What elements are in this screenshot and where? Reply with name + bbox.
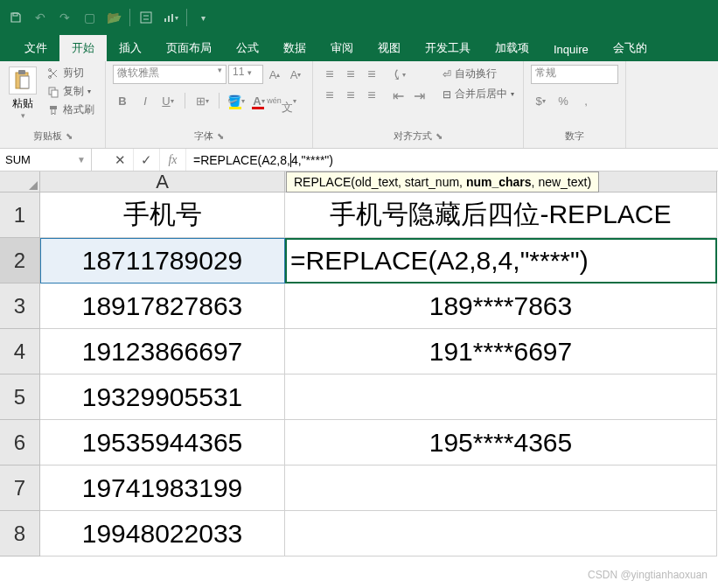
tab-page-layout[interactable]: 页面布局	[154, 35, 224, 61]
paste-button[interactable]: 粘贴 ▾	[7, 65, 38, 122]
cell-A5[interactable]: 19329905531	[40, 374, 285, 420]
align-right-icon[interactable]: ≡	[362, 86, 381, 105]
number-group: 常规 $▾ % , 数字	[524, 61, 626, 148]
cancel-button[interactable]: ✕	[108, 149, 134, 171]
cell-A7[interactable]: 19741983199	[40, 466, 285, 511]
tab-view[interactable]: 视图	[366, 35, 413, 61]
alignment-launcher-icon[interactable]: ⬊	[436, 131, 443, 141]
fill-color-button[interactable]: 🪣▾	[227, 91, 246, 110]
undo-icon[interactable]: ↶	[28, 5, 52, 30]
font-size-select[interactable]: 11 ▾	[228, 65, 263, 84]
decrease-indent-icon[interactable]: ⇤	[388, 86, 408, 105]
tab-custom[interactable]: 会飞的	[601, 35, 659, 61]
cell-A8[interactable]: 19948022033	[40, 511, 285, 556]
tab-file[interactable]: 文件	[12, 35, 59, 61]
increase-font-icon[interactable]: A▴	[265, 65, 284, 84]
decrease-font-icon[interactable]: A▾	[286, 65, 305, 84]
name-box-dropdown-icon[interactable]: ▼	[77, 155, 86, 164]
formula-input[interactable]: =REPLACE(A2,8,4,"****")	[186, 149, 718, 171]
tab-review[interactable]: 审阅	[318, 35, 366, 61]
cell-B5[interactable]	[285, 374, 717, 420]
insert-function-button[interactable]: fx	[160, 149, 186, 171]
table-row: 2 18711789029 =REPLACE(A2,8,4,"****")	[0, 238, 718, 284]
tab-addins[interactable]: 加载项	[483, 35, 541, 61]
cell-B8[interactable]	[285, 511, 717, 556]
column-header-A[interactable]: A	[40, 172, 285, 192]
tab-home[interactable]: 开始	[59, 35, 107, 61]
table-row: 6 19535944365 195****4365	[0, 420, 718, 466]
copy-label: 复制	[63, 84, 84, 99]
row-header-3[interactable]: 3	[0, 284, 40, 329]
increase-indent-icon[interactable]: ⇥	[409, 86, 429, 105]
row-header-6[interactable]: 6	[0, 420, 40, 466]
cell-B6[interactable]: 195****4365	[285, 420, 717, 466]
row-header-5[interactable]: 5	[0, 374, 40, 420]
cell-B1[interactable]: 手机号隐藏后四位-REPLACE	[285, 192, 717, 238]
bold-button[interactable]: B	[113, 91, 132, 110]
clipboard-launcher-icon[interactable]: ⬊	[66, 131, 73, 141]
format-painter-button[interactable]: 格式刷	[44, 102, 98, 118]
new-icon[interactable]: ▢	[77, 5, 101, 30]
tab-insert[interactable]: 插入	[107, 35, 154, 61]
accounting-button[interactable]: $▾	[531, 91, 550, 110]
cell-A2[interactable]: 18711789029	[40, 238, 285, 284]
align-top-icon[interactable]: ≡	[320, 65, 339, 84]
cell-A3[interactable]: 18917827863	[40, 284, 285, 329]
font-family-select[interactable]: 微软雅黑 ▾	[113, 65, 227, 84]
phonetic-button[interactable]: wén文▾	[272, 91, 291, 110]
copy-button[interactable]: 复制 ▾	[44, 83, 98, 100]
ribbon: 粘贴 ▾ 剪切 复制 ▾ 格式刷 剪贴板⬊ 微软雅黑 ▾ 11 ▾ A▴ A▾ …	[0, 61, 718, 149]
redo-icon[interactable]: ↷	[52, 5, 77, 30]
cell-B3[interactable]: 189****7863	[285, 284, 717, 329]
open-icon[interactable]: 📂	[101, 5, 126, 30]
number-format-select[interactable]: 常规	[531, 65, 618, 84]
font-label: 字体	[194, 130, 213, 143]
chart-icon[interactable]: ▾	[158, 5, 183, 30]
tab-data[interactable]: 数据	[271, 35, 318, 61]
table-row: 3 18917827863 189****7863	[0, 284, 718, 329]
italic-button[interactable]: I	[136, 91, 155, 110]
row-header-8[interactable]: 8	[0, 511, 40, 556]
select-all-corner[interactable]	[0, 172, 40, 192]
tab-inquire[interactable]: Inquire	[541, 38, 601, 61]
underline-button[interactable]: U▾	[158, 91, 178, 110]
row-header-4[interactable]: 4	[0, 329, 40, 374]
percent-button[interactable]: %	[554, 91, 573, 110]
align-left-icon[interactable]: ≡	[320, 86, 339, 105]
svg-rect-14	[50, 106, 57, 109]
font-color-button[interactable]: A▾	[249, 91, 268, 110]
comma-button[interactable]: ,	[576, 91, 596, 110]
svg-rect-4	[164, 18, 166, 22]
merge-center-button[interactable]: ⊟合并后居中 ▾	[441, 85, 516, 103]
row-header-7[interactable]: 7	[0, 466, 40, 511]
orientation-icon[interactable]: ⤹▾	[388, 65, 408, 84]
align-middle-icon[interactable]: ≡	[341, 65, 360, 84]
save-icon[interactable]	[3, 5, 28, 30]
wrap-text-button[interactable]: ⏎自动换行	[441, 65, 516, 83]
cell-A4[interactable]: 19123866697	[40, 329, 285, 374]
cell-A6[interactable]: 19535944365	[40, 420, 285, 466]
cell-A1[interactable]: 手机号	[40, 192, 285, 238]
svg-rect-5	[168, 16, 170, 22]
border-button[interactable]: ⊞▾	[192, 91, 212, 110]
table-row: 8 19948022033	[0, 511, 718, 556]
cell-B7[interactable]	[285, 466, 717, 511]
clipboard-label: 剪贴板	[33, 130, 62, 143]
cut-button[interactable]: 剪切	[44, 65, 98, 81]
name-box[interactable]: SUM▼	[0, 149, 92, 171]
enter-button[interactable]: ✓	[134, 149, 160, 171]
tab-formulas[interactable]: 公式	[224, 35, 271, 61]
calc-icon[interactable]	[134, 5, 158, 30]
customize-icon[interactable]: ▾	[191, 5, 215, 30]
align-center-icon[interactable]: ≡	[341, 86, 360, 105]
font-launcher-icon[interactable]: ⬊	[217, 131, 224, 141]
ribbon-tabs: 文件 开始 插入 页面布局 公式 数据 审阅 视图 开发工具 加载项 Inqui…	[0, 35, 718, 61]
row-header-1[interactable]: 1	[0, 192, 40, 238]
function-tooltip: REPLACE(old_text, start_num, num_chars, …	[286, 172, 599, 192]
cell-B2[interactable]: =REPLACE(A2,8,4,"****")	[285, 238, 717, 284]
clipboard-group: 粘贴 ▾ 剪切 复制 ▾ 格式刷 剪贴板⬊	[0, 61, 106, 148]
cell-B4[interactable]: 191****6697	[285, 329, 717, 374]
tab-developer[interactable]: 开发工具	[413, 35, 483, 61]
row-header-2[interactable]: 2	[0, 238, 40, 284]
align-bottom-icon[interactable]: ≡	[362, 65, 381, 84]
